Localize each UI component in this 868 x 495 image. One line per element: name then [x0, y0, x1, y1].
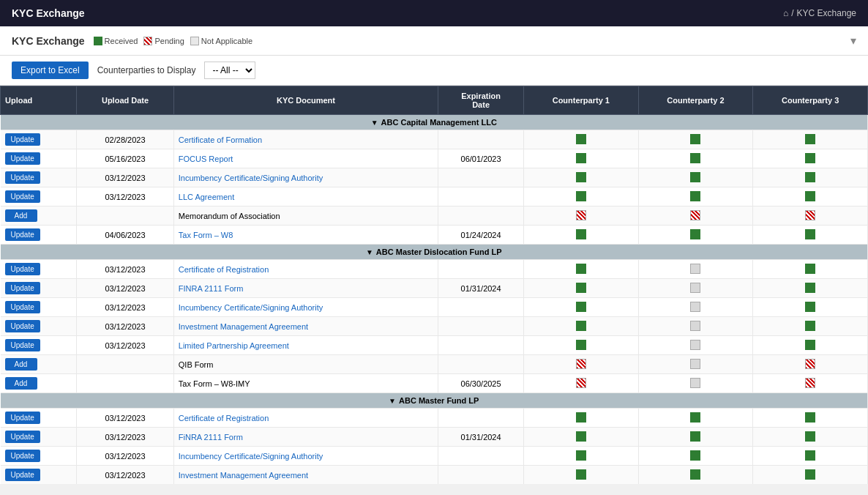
group-name: ▼ABC Master Fund LP — [1, 393, 868, 409]
document-link[interactable]: FINRA 2111 Form — [179, 284, 244, 293]
status-cell — [753, 226, 868, 245]
pending-icon — [143, 37, 152, 45]
header-bar: KYC Exchange Received Pending Not Applic… — [0, 26, 868, 56]
update-button[interactable]: Update — [5, 228, 40, 241]
expiry-date-cell — [438, 168, 524, 187]
col-counterparty2: Counterparty 2 — [638, 86, 753, 115]
legend-na: Not Applicable — [190, 37, 252, 45]
status-cell — [638, 279, 753, 298]
update-button[interactable]: Update — [5, 190, 40, 203]
status-cell — [524, 149, 639, 168]
upload-date-cell: 05/16/2023 — [77, 149, 174, 168]
kyc-document-cell: Incumbency Certificate/Signing Authority — [173, 168, 438, 187]
document-link[interactable]: Certificate of Registration — [179, 414, 269, 423]
upload-date-cell: 03/12/2023 — [77, 428, 174, 447]
update-button[interactable]: Update — [5, 320, 40, 332]
group-row: ▼ABC Capital Management LLC — [1, 115, 868, 130]
kyc-document-cell: FOCUS Report — [173, 149, 438, 168]
document-link[interactable]: Certificate of Formation — [179, 135, 262, 144]
top-nav: KYC Exchange ⌂ / KYC Exchange — [0, 0, 868, 26]
status-cell — [524, 428, 639, 447]
kyc-document-cell: LLC Agreement — [173, 187, 438, 206]
status-cell — [638, 298, 753, 317]
upload-date-cell: 03/12/2023 — [77, 298, 174, 317]
status-cell — [753, 279, 868, 298]
update-button[interactable]: Update — [5, 152, 40, 165]
table-row: Update03/12/2023Certificate of Registrat… — [1, 409, 868, 428]
upload-date-cell: 03/12/2023 — [77, 409, 174, 428]
header-chevron-icon[interactable]: ▾ — [850, 34, 856, 48]
expiry-date-cell — [438, 298, 524, 317]
document-link[interactable]: FiNRA 2111 Form — [179, 433, 243, 442]
toolbar: Export to Excel Counterparties to Displa… — [0, 56, 868, 86]
export-button[interactable]: Export to Excel — [12, 62, 89, 79]
breadcrumb-separator: / — [791, 8, 793, 18]
add-button[interactable]: Add — [5, 358, 37, 371]
upload-cell: Update — [1, 428, 77, 447]
document-link[interactable]: Tax Form – W8 — [179, 231, 233, 239]
kyc-table: Upload Upload Date KYC Document Expirati… — [0, 86, 868, 484]
upload-cell: Update — [1, 260, 77, 279]
table-row: Update03/12/2023Limited Partnership Agre… — [1, 336, 868, 355]
table-body: ▼ABC Capital Management LLCUpdate02/28/2… — [1, 115, 868, 485]
document-link[interactable]: Incumbency Certificate/Signing Authority — [179, 452, 323, 461]
document-link[interactable]: LLC Agreement — [179, 193, 234, 201]
upload-cell: Update — [1, 298, 77, 317]
pending-label: Pending — [154, 37, 184, 45]
status-cell — [524, 409, 639, 428]
home-icon[interactable]: ⌂ — [783, 8, 788, 18]
update-button[interactable]: Update — [5, 171, 40, 184]
update-button[interactable]: Update — [5, 431, 40, 443]
update-button[interactable]: Update — [5, 133, 40, 146]
update-button[interactable]: Update — [5, 301, 40, 313]
table-row: Update03/12/2023Certificate of Registrat… — [1, 260, 868, 279]
upload-date-cell: 04/06/2023 — [77, 226, 174, 245]
status-cell — [753, 409, 868, 428]
table-row: Update03/12/2023FINRA 2111 Form01/31/202… — [1, 279, 868, 298]
col-kyc-document: KYC Document — [173, 86, 438, 115]
add-button[interactable]: Add — [5, 209, 37, 222]
upload-cell: Update — [1, 409, 77, 428]
update-button[interactable]: Update — [5, 469, 40, 481]
document-link[interactable]: Investment Management Agreement — [179, 322, 308, 331]
update-button[interactable]: Update — [5, 263, 40, 275]
kyc-document-cell: Incumbency Certificate/Signing Authority — [173, 298, 438, 317]
status-cell — [638, 374, 753, 393]
expiry-date-cell — [438, 355, 524, 374]
upload-cell: Add — [1, 355, 77, 374]
upload-cell: Update — [1, 336, 77, 355]
upload-date-cell: 03/12/2023 — [77, 279, 174, 298]
kyc-document-cell: Memorandum of Association — [173, 206, 438, 226]
status-cell — [753, 168, 868, 187]
col-upload: Upload — [1, 86, 77, 115]
update-button[interactable]: Update — [5, 282, 40, 294]
table-row: Update02/28/2023Certificate of Formation — [1, 130, 868, 149]
upload-cell: Update — [1, 168, 77, 187]
document-link[interactable]: Investment Management Agreement — [179, 471, 308, 480]
document-link[interactable]: Incumbency Certificate/Signing Authority — [179, 174, 323, 182]
status-cell — [524, 447, 639, 466]
status-cell — [638, 317, 753, 336]
status-cell — [638, 130, 753, 149]
expiry-date-cell: 01/31/2024 — [438, 428, 524, 447]
expiry-date-cell: 01/31/2024 — [438, 279, 524, 298]
status-cell — [524, 466, 639, 485]
header-left: KYC Exchange Received Pending Not Applic… — [12, 35, 252, 47]
document-link[interactable]: FOCUS Report — [179, 155, 233, 163]
kyc-document-cell: FiNRA 2111 Form — [173, 428, 438, 447]
upload-cell: Add — [1, 206, 77, 226]
counterparties-select[interactable]: -- All -- — [204, 62, 255, 79]
update-button[interactable]: Update — [5, 339, 40, 351]
status-cell — [638, 428, 753, 447]
status-cell — [524, 130, 639, 149]
upload-date-cell — [77, 206, 174, 226]
upload-cell: Add — [1, 374, 77, 393]
document-link[interactable]: Incumbency Certificate/Signing Authority — [179, 303, 323, 312]
upload-date-cell: 03/12/2023 — [77, 260, 174, 279]
add-button[interactable]: Add — [5, 377, 37, 390]
document-link[interactable]: Certificate of Registration — [179, 265, 269, 274]
update-button[interactable]: Update — [5, 412, 40, 424]
document-link[interactable]: Limited Partnership Agreement — [179, 341, 289, 350]
status-cell — [524, 279, 639, 298]
update-button[interactable]: Update — [5, 450, 40, 462]
